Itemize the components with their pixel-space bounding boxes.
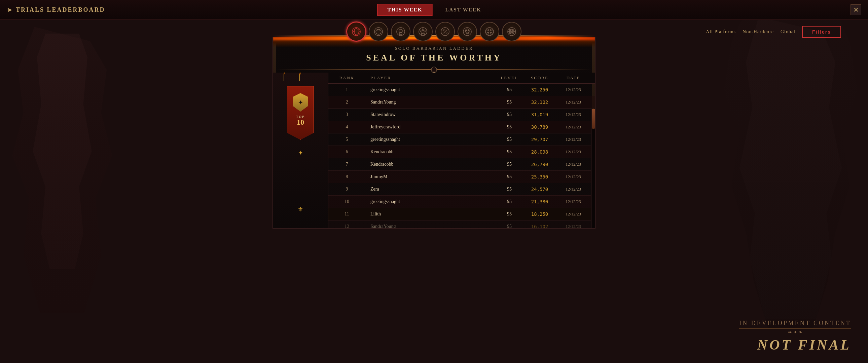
class-icon-druid[interactable] — [369, 22, 388, 41]
cell-score: 31,019 — [523, 112, 556, 117]
cell-rank: 12 — [333, 224, 360, 228]
table-row[interactable]: 11 Lilith 95 18,250 12/12/23 — [328, 208, 595, 221]
cell-rank: 9 — [333, 187, 360, 192]
table-row[interactable]: 4 Jeffreycrawford 95 30,789 12/12/23 — [328, 121, 595, 133]
svg-point-9 — [466, 30, 467, 31]
col-level: Level — [496, 75, 523, 81]
table-row[interactable]: 2 SandraYoung 95 32,102 12/12/23 — [328, 96, 595, 108]
cell-level: 95 — [496, 124, 523, 130]
cell-score: 28,098 — [523, 149, 556, 155]
scroll-thumb — [592, 108, 595, 129]
cell-rank: 1 — [333, 87, 360, 92]
cell-date: 12/12/23 — [556, 137, 590, 142]
cell-level: 95 — [496, 199, 523, 204]
bottom-banner: ⚜ — [298, 206, 303, 213]
cell-player: Jeffreycrawford — [360, 124, 496, 130]
watermark-not-final: NOT FINAL — [739, 337, 851, 353]
svg-point-10 — [468, 30, 469, 31]
ladder-title: SEAL OF THE WORTHY — [273, 53, 595, 63]
cell-level: 95 — [496, 112, 523, 117]
table-row[interactable]: 7 Kendracobb 95 26,790 12/12/23 — [328, 158, 595, 171]
tab-last-week[interactable]: LAST WEEK — [436, 4, 491, 15]
class-icon-barbarian[interactable] — [346, 22, 366, 41]
table-row[interactable]: 6 Kendracobb 95 28,098 12/12/23 — [328, 146, 595, 158]
cell-score: 29,707 — [523, 137, 556, 142]
class-icon-multi[interactable] — [480, 22, 499, 41]
cell-score: 18,250 — [523, 211, 556, 217]
character-art-right — [700, 0, 868, 363]
table-header: Rank Player Level Score Date — [328, 73, 595, 84]
tab-group: THIS WEEK LAST WEEK — [377, 4, 491, 16]
cell-player: greetingssnaght — [360, 137, 496, 142]
col-date: Date — [556, 75, 590, 81]
cell-player: Kendracobb — [360, 149, 496, 155]
cell-rank: 11 — [333, 211, 360, 217]
cell-level: 95 — [496, 87, 523, 92]
table-row[interactable]: 9 Zera 95 24,570 12/12/23 — [328, 183, 595, 196]
cell-player: Zera — [360, 187, 496, 192]
table-row[interactable]: 10 greetingssnaght 95 21,380 12/12/23 — [328, 196, 595, 208]
cell-rank: 4 — [333, 124, 360, 130]
arrow-icon: ➤ — [7, 6, 12, 14]
cell-player: Stanwindrow — [360, 112, 496, 117]
filter-all-platforms[interactable]: All Platforms — [706, 29, 736, 35]
svg-point-15 — [490, 32, 492, 34]
svg-point-11 — [486, 28, 494, 36]
cell-date: 12/12/23 — [556, 162, 590, 167]
watermark-in-dev: IN DEVELOPMENT CONTENT — [739, 320, 851, 327]
cell-date: 12/12/23 — [556, 187, 590, 192]
table-right: Rank Player Level Score Date 1 greetings… — [328, 73, 595, 228]
cell-level: 95 — [496, 187, 523, 192]
cell-date: 12/12/23 — [556, 149, 590, 155]
cell-level: 95 — [496, 211, 523, 217]
table-row[interactable]: 8 JimmyM 95 25,350 12/12/23 — [328, 171, 595, 183]
cell-player: greetingssnaght — [360, 199, 496, 204]
class-icon-all[interactable] — [502, 22, 522, 41]
cell-rank: 10 — [333, 199, 360, 204]
header-title: TRIALS LEADERBOARD — [16, 6, 105, 13]
class-icon-bar — [346, 17, 522, 46]
banner-area: 🕯 🕯 ✦ TOP 10 — [273, 73, 328, 228]
cell-score: 21,380 — [523, 199, 556, 204]
table-row[interactable]: 1 greetingssnaght 95 32,250 12/12/23 — [328, 84, 595, 96]
cell-score: 25,350 — [523, 174, 556, 179]
cell-date: 12/12/23 — [556, 211, 590, 217]
col-rank: Rank — [333, 75, 360, 81]
cell-date: 12/12/23 — [556, 174, 590, 179]
class-icon-necromancer[interactable] — [391, 22, 410, 41]
cell-player: JimmyM — [360, 174, 496, 179]
close-button[interactable]: ✕ — [850, 4, 861, 15]
col-player: Player — [360, 75, 496, 81]
filters-button[interactable]: Filters — [802, 26, 841, 38]
class-icon-skull[interactable] — [458, 22, 477, 41]
cell-score: 30,789 — [523, 124, 556, 130]
filter-non-hardcore[interactable]: Non-Hardcore — [743, 29, 774, 35]
banner-number: 10 — [296, 119, 305, 126]
cell-rank: 7 — [333, 162, 360, 167]
table-body[interactable]: 1 greetingssnaght 95 32,250 12/12/23 2 S… — [328, 84, 595, 228]
tab-this-week[interactable]: THIS WEEK — [377, 4, 432, 16]
class-icon-sorcerer[interactable] — [413, 22, 433, 41]
col-score: Score — [523, 75, 556, 81]
svg-point-0 — [352, 28, 360, 36]
class-icon-rogue[interactable] — [435, 22, 455, 41]
filter-controls: All Platforms Non-Hardcore Global Filter… — [706, 21, 841, 43]
svg-point-12 — [487, 29, 489, 31]
cell-player: SandraYoung — [360, 224, 496, 228]
table-row[interactable]: 12 SandraYoung 95 16,102 12/12/23 — [328, 221, 595, 228]
cell-player: Kendracobb — [360, 162, 496, 167]
table-row[interactable]: 3 Stanwindrow 95 31,019 12/12/23 — [328, 108, 595, 121]
cell-rank: 2 — [333, 99, 360, 105]
filter-global[interactable]: Global — [780, 29, 795, 35]
cell-level: 95 — [496, 149, 523, 155]
scrollbar[interactable] — [591, 108, 595, 228]
cell-score: 16,102 — [523, 224, 556, 228]
banner-graphic: 🕯 🕯 ✦ TOP 10 — [280, 79, 321, 146]
cell-score: 32,250 — [523, 87, 556, 92]
table-row[interactable]: 5 greetingssnaght 95 29,707 12/12/23 — [328, 133, 595, 146]
cell-rank: 8 — [333, 174, 360, 179]
cell-score: 26,790 — [523, 162, 556, 167]
cell-score: 24,570 — [523, 187, 556, 192]
cell-player: Lilith — [360, 211, 496, 217]
watermark-divider: ❧ ✦ ❧ — [739, 328, 851, 335]
